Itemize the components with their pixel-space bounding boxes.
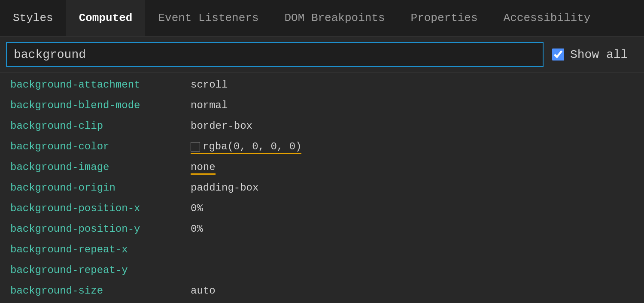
property-value: rgba(0, 0, 0, 0) — [191, 141, 301, 152]
property-name: background-repeat-y — [10, 264, 191, 276]
property-name: background-origin — [10, 182, 191, 194]
show-all-label: Show all — [570, 48, 628, 61]
property-value: border-box — [191, 120, 252, 132]
property-row-background-image: background-image none — [0, 159, 644, 179]
property-value: padding-box — [191, 182, 258, 194]
property-name: background-position-x — [10, 203, 191, 214]
tab-computed[interactable]: Computed — [66, 0, 146, 36]
property-row-background-origin: background-origin padding-box — [0, 179, 644, 200]
property-name: background-repeat-x — [10, 244, 191, 255]
property-row-background-repeat-y: background-repeat-y — [0, 262, 644, 282]
property-value: scroll — [191, 79, 228, 91]
property-row-background-position-x: background-position-x 0% — [0, 200, 644, 221]
show-all-area: Show all — [544, 48, 638, 61]
property-row-background-color: background-color rgba(0, 0, 0, 0) — [0, 138, 644, 159]
tab-bar: Styles Computed Event Listeners DOM Brea… — [0, 0, 644, 36]
property-value: 0% — [191, 203, 203, 214]
property-row-background-attachment: background-attachment scroll — [0, 76, 644, 97]
search-bar-area: Show all — [0, 36, 644, 73]
property-value: 0% — [191, 223, 203, 235]
property-name: background-attachment — [10, 79, 191, 91]
property-row-background-size: background-size auto — [0, 282, 644, 303]
property-name: background-size — [10, 285, 191, 297]
properties-list: background-attachment scroll background-… — [0, 73, 644, 303]
property-row-background-repeat-x: background-repeat-x — [0, 241, 644, 262]
property-name: background-blend-mode — [10, 100, 191, 111]
property-name: background-image — [10, 161, 191, 173]
property-row-background-clip: background-clip border-box — [0, 118, 644, 138]
property-row-background-position-y: background-position-y 0% — [0, 221, 644, 241]
tab-dom-breakpoints[interactable]: DOM Breakpoints — [272, 0, 398, 36]
show-all-checkbox[interactable] — [552, 48, 564, 61]
color-swatch[interactable] — [191, 142, 200, 152]
property-name: background-color — [10, 141, 191, 152]
property-value: normal — [191, 100, 228, 111]
property-name: background-clip — [10, 120, 191, 132]
tab-styles[interactable]: Styles — [0, 0, 66, 36]
property-value: none — [191, 161, 216, 173]
tab-event-listeners[interactable]: Event Listeners — [145, 0, 271, 36]
tab-properties[interactable]: Properties — [398, 0, 491, 36]
tab-accessibility[interactable]: Accessibility — [491, 0, 604, 36]
property-value: auto — [191, 285, 216, 297]
property-name: background-position-y — [10, 223, 191, 235]
search-input[interactable] — [6, 42, 544, 67]
property-row-background-blend-mode: background-blend-mode normal — [0, 97, 644, 118]
